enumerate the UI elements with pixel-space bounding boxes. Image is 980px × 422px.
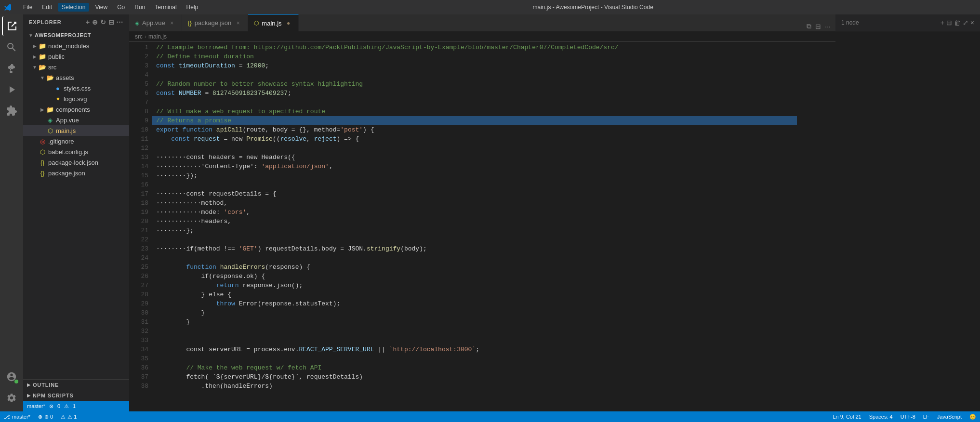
tab-close-main-js[interactable]: ● [285, 19, 292, 27]
menu-help[interactable]: Help [183, 3, 202, 12]
tree-item-public[interactable]: ▶ 📁 public [23, 51, 129, 62]
activity-search[interactable] [2, 38, 21, 57]
status-errors[interactable]: ⊗ ⊗ 0 [34, 411, 57, 422]
code-line[interactable]: } [152, 308, 797, 317]
code-line[interactable]: fetch( `${serverURL}/${route}`, requestD… [152, 372, 797, 382]
split-editor-icon[interactable]: ⧉ [806, 21, 812, 31]
code-line[interactable] [152, 336, 797, 345]
maximize-terminal-icon[interactable]: ⤢ [963, 19, 968, 26]
menu-selection[interactable]: Selection [58, 3, 89, 12]
tree-item-components[interactable]: ▶ 📁 components [23, 104, 129, 115]
code-line[interactable]: ············method, [152, 198, 797, 208]
activity-accounts[interactable] [2, 367, 21, 386]
status-warnings[interactable]: ⚠ ⚠ 1 [57, 411, 80, 422]
code-line[interactable]: ········}); [152, 171, 797, 180]
tab-package-json[interactable]: {} package.json × [182, 14, 249, 31]
menu-go[interactable]: Go [113, 3, 129, 12]
menu-view[interactable]: View [91, 3, 111, 12]
code-line[interactable]: const request = new Promise((resolve, re… [152, 134, 797, 144]
activity-run[interactable] [2, 80, 21, 99]
code-line[interactable]: if(response.ok) { [152, 272, 797, 281]
collapse-icon[interactable]: ⊟ [108, 18, 115, 26]
npm-scripts-panel-header[interactable]: ▶ NPM SCRIPTS [23, 390, 129, 401]
tree-item-assets[interactable]: ▼ 📂 assets [23, 72, 129, 83]
tree-item-styles-css[interactable]: ▶ ● styles.css [23, 83, 129, 93]
new-folder-icon[interactable]: ⊕ [92, 18, 98, 26]
code-content[interactable]: // Example borrowed from: https://github… [152, 42, 797, 411]
code-line[interactable] [152, 180, 797, 189]
code-line[interactable] [152, 253, 797, 263]
breadcrumb-src[interactable]: src [135, 33, 143, 40]
code-line[interactable]: ········const requestDetails = { [152, 189, 797, 198]
code-line[interactable] [152, 98, 797, 107]
toggle-panel-icon[interactable]: ⊟ [814, 22, 822, 31]
menu-run[interactable]: Run [131, 3, 149, 12]
tree-item-main-js[interactable]: ▶ ⬡ main.js [23, 125, 129, 136]
code-line[interactable]: ········const headers = new Headers({ [152, 153, 797, 162]
code-line[interactable]: ············'Content-Type': 'application… [152, 162, 797, 171]
tree-item-node-modules[interactable]: ▶ 📁 node_modules [23, 40, 129, 51]
status-feedback[interactable]: 😊 [966, 411, 980, 422]
tree-item-package-lock[interactable]: ▶ {} package-lock.json [23, 157, 129, 168]
close-terminal-icon[interactable]: × [970, 19, 974, 26]
status-cursor[interactable]: Ln 9, Col 21 [829, 411, 865, 422]
status-branch[interactable]: ⎇ master* [0, 411, 34, 422]
status-line-ending[interactable]: LF [919, 411, 933, 422]
code-line[interactable]: ············mode: 'cors', [152, 208, 797, 217]
code-line[interactable]: throw Error(response.statusText); [152, 299, 797, 308]
tree-project-root[interactable]: ▼ AWESOMEPROJECT [23, 30, 129, 40]
tab-main-js[interactable]: ⬡ main.js ● [248, 14, 298, 31]
activity-source-control[interactable] [2, 59, 21, 78]
code-line[interactable]: // Define timeout duration [152, 52, 797, 61]
code-line[interactable]: // Random number to better showcase synt… [152, 79, 797, 89]
tab-app-vue[interactable]: ◈ App.vue × [129, 14, 182, 31]
git-branch-label[interactable]: master* [27, 403, 45, 409]
kill-terminal-icon[interactable]: 🗑 [954, 19, 961, 26]
tree-item-src[interactable]: ▼ 📂 src [23, 62, 129, 72]
code-line[interactable] [152, 70, 797, 79]
code-line[interactable]: // Example borrowed from: https://github… [152, 43, 797, 52]
tab-close-app-vue[interactable]: × [168, 19, 176, 27]
code-line[interactable]: export function apiCall(route, body = {}… [152, 125, 797, 134]
code-line[interactable]: // Make the web request w/ fetch API [152, 363, 797, 372]
status-encoding[interactable]: UTF-8 [897, 411, 919, 422]
split-terminal-icon[interactable]: ⊟ [946, 19, 952, 26]
code-line[interactable] [152, 235, 797, 244]
code-line[interactable]: function handleErrors(response) { [152, 263, 797, 272]
menu-terminal[interactable]: Terminal [151, 3, 180, 12]
code-line[interactable] [152, 144, 797, 153]
code-line[interactable]: ············headers, [152, 217, 797, 226]
code-line[interactable]: ········if(method !== 'GET') requestDeta… [152, 244, 797, 253]
more-tab-actions-icon[interactable]: ··· [824, 22, 832, 31]
tree-item-package-json[interactable]: ▶ {} package.json [23, 168, 129, 178]
code-line[interactable]: const timeoutDuration = 12000; [152, 61, 797, 70]
new-terminal-icon[interactable]: + [940, 19, 944, 26]
refresh-icon[interactable]: ↻ [100, 18, 106, 26]
code-line[interactable]: .then(handleErrors) [152, 382, 797, 391]
tree-item-logo-svg[interactable]: ▶ ✦ logo.svg [23, 93, 129, 104]
code-line[interactable]: } else { [152, 290, 797, 299]
code-line[interactable] [152, 354, 797, 363]
tree-item-app-vue[interactable]: ▶ ◈ App.vue [23, 115, 129, 125]
more-actions-icon[interactable]: ··· [117, 18, 123, 26]
code-line[interactable] [152, 327, 797, 336]
tab-close-package-json[interactable]: × [234, 19, 242, 27]
breadcrumb-file[interactable]: main.js [148, 33, 167, 40]
code-line[interactable]: } [152, 317, 797, 327]
status-language[interactable]: JavaScript [933, 411, 966, 422]
status-spaces[interactable]: Spaces: 4 [865, 411, 897, 422]
code-line[interactable]: return response.json(); [152, 281, 797, 290]
outline-panel-header[interactable]: ▶ OUTLINE [23, 380, 129, 390]
activity-extensions[interactable] [2, 101, 21, 120]
tree-item-babel-config[interactable]: ▶ ⬡ babel.config.js [23, 146, 129, 157]
menu-file[interactable]: File [19, 3, 36, 12]
menu-edit[interactable]: Edit [38, 3, 56, 12]
activity-settings[interactable] [2, 388, 21, 408]
activity-explorer[interactable] [2, 16, 21, 36]
tree-item-gitignore[interactable]: ▶ ◎ .gitignore [23, 136, 129, 146]
code-line[interactable]: const serverURL = process.env.REACT_APP_… [152, 345, 797, 354]
code-line[interactable]: ········}; [152, 226, 797, 235]
code-line[interactable]: const NUMBER = 81274509182375409237; [152, 89, 797, 98]
new-file-icon[interactable]: + [86, 18, 90, 26]
code-line[interactable]: // Will make a web request to specified … [152, 107, 797, 116]
